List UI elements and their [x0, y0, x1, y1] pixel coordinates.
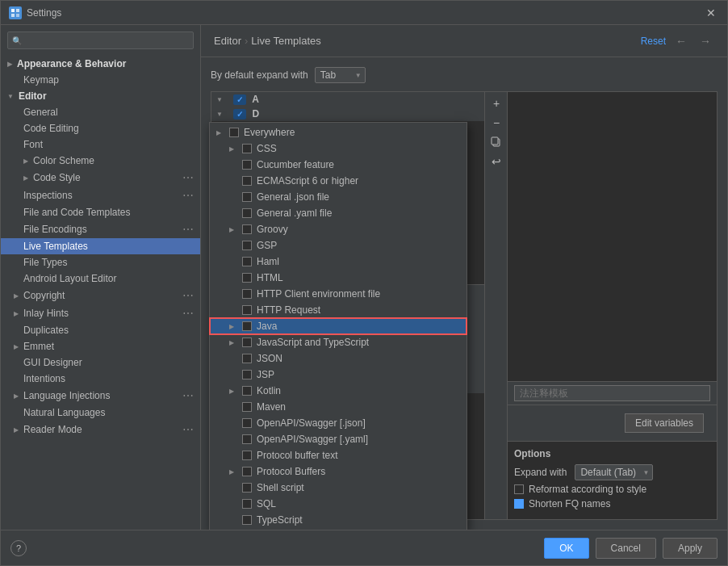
- dropdown-everywhere[interactable]: ▶ Everywhere: [211, 124, 467, 140]
- js-ts-checkbox[interactable]: [242, 338, 252, 347]
- proto-bufs-checkbox[interactable]: [242, 467, 252, 476]
- shell-checkbox[interactable]: [242, 483, 252, 493]
- dropdown-typescript[interactable]: TypeScript: [211, 512, 467, 520]
- dropdown-haml[interactable]: Haml: [211, 254, 467, 270]
- groovy-checkbox[interactable]: [242, 224, 252, 234]
- http-env-checkbox[interactable]: [242, 289, 252, 299]
- undo-button[interactable]: ↩: [488, 153, 504, 170]
- sidebar-item-file-encodings[interactable]: File Encodings ⋯: [1, 220, 200, 238]
- header-actions: Reset ← →: [641, 33, 714, 49]
- gsp-checkbox[interactable]: [242, 241, 252, 250]
- dropdown-http-env[interactable]: HTTP Client environment file: [211, 286, 467, 302]
- sidebar-item-emmet[interactable]: Emmet: [1, 338, 200, 354]
- sidebar-item-inlay-hints[interactable]: Inlay Hints ⋯: [1, 304, 200, 322]
- cancel-button[interactable]: Cancel: [596, 538, 656, 559]
- dropdown-json2[interactable]: JSON: [211, 350, 467, 367]
- proto-text-checkbox[interactable]: [242, 451, 252, 460]
- http-req-checkbox[interactable]: [242, 305, 252, 315]
- sidebar-item-file-types[interactable]: File Types: [1, 254, 200, 270]
- apply-button[interactable]: Apply: [663, 538, 718, 559]
- shorten-checkbox[interactable]: [514, 499, 524, 509]
- search-input[interactable]: [7, 31, 194, 49]
- dropdown-cucumber[interactable]: Cucumber feature: [211, 157, 467, 173]
- sidebar-item-reader-mode[interactable]: Reader Mode ⋯: [1, 421, 200, 438]
- description-input[interactable]: [514, 385, 710, 401]
- right-panel: Editor › Live Templates Reset ← → By def…: [201, 25, 727, 530]
- help-button[interactable]: ?: [10, 540, 27, 556]
- cucumber-checkbox[interactable]: [242, 160, 252, 170]
- dropdown-shell[interactable]: Shell script: [211, 480, 467, 496]
- sidebar-item-general[interactable]: General: [1, 104, 200, 120]
- json-checkbox[interactable]: [242, 192, 252, 202]
- close-button[interactable]: ✕: [703, 5, 719, 21]
- dropdown-yaml[interactable]: General .yaml file: [211, 205, 467, 221]
- dropdown-groovy[interactable]: ▶ Groovy: [211, 221, 467, 237]
- dropdown-kotlin[interactable]: ▶ Kotlin: [211, 383, 467, 399]
- dropdown-java[interactable]: ▶ Java: [211, 318, 467, 334]
- nav-back-button[interactable]: ←: [672, 33, 690, 49]
- dropdown-openapi-yaml[interactable]: OpenAPI/Swagger [.yaml]: [211, 431, 467, 447]
- sidebar-item-editor[interactable]: Editor: [1, 88, 200, 104]
- json2-checkbox[interactable]: [242, 354, 252, 363]
- sidebar-item-file-code-templates[interactable]: File and Code Templates: [1, 204, 200, 220]
- dropdown-sql[interactable]: SQL: [211, 496, 467, 512]
- sidebar-item-language-injections[interactable]: Language Injections ⋯: [1, 387, 200, 405]
- nav-forward-button[interactable]: →: [697, 33, 714, 49]
- dropdown-maven[interactable]: Maven: [211, 399, 467, 415]
- openapi-yaml-checkbox[interactable]: [242, 434, 252, 444]
- expand-with-select-wrapper: Default (Tab) Tab Enter: [575, 464, 653, 480]
- dropdown-css[interactable]: ▶ CSS: [211, 140, 467, 157]
- sql-checkbox[interactable]: [242, 499, 252, 509]
- kotlin-checkbox[interactable]: [242, 386, 252, 396]
- maven-checkbox[interactable]: [242, 402, 252, 412]
- sidebar-item-code-editing[interactable]: Code Editing: [1, 120, 200, 136]
- java-checkbox[interactable]: [242, 321, 252, 331]
- typescript-checkbox[interactable]: [242, 515, 252, 520]
- haml-checkbox[interactable]: [242, 257, 252, 266]
- dropdown-html[interactable]: HTML: [211, 270, 467, 286]
- template-text-editor[interactable]: [511, 95, 713, 160]
- sidebar-item-live-templates[interactable]: Live Templates: [1, 238, 200, 254]
- openapi-json-checkbox[interactable]: [242, 418, 252, 428]
- expand-select[interactable]: Tab Enter Space: [315, 67, 366, 83]
- ok-button[interactable]: OK: [544, 538, 588, 559]
- dropdown-json[interactable]: General .json file: [211, 189, 467, 205]
- ecmascript-checkbox[interactable]: [242, 176, 252, 186]
- dropdown-gsp[interactable]: GSP: [211, 237, 467, 254]
- template-group-d[interactable]: ✓ D: [211, 107, 484, 121]
- sidebar-item-color-scheme[interactable]: Color Scheme: [1, 153, 200, 169]
- sidebar-item-keymap[interactable]: Keymap: [1, 72, 200, 88]
- sidebar-item-gui-designer[interactable]: GUI Designer: [1, 354, 200, 371]
- edit-variables-button[interactable]: Edit variables: [625, 413, 704, 433]
- yaml-checkbox[interactable]: [242, 208, 252, 218]
- copy-button[interactable]: [488, 134, 504, 150]
- group-a-badge: ✓: [233, 94, 246, 105]
- sidebar-item-natural-languages[interactable]: Natural Languages: [1, 405, 200, 421]
- dropdown-http-req[interactable]: HTTP Request: [211, 302, 467, 318]
- sidebar-item-font[interactable]: Font: [1, 136, 200, 153]
- add-button[interactable]: +: [488, 95, 504, 111]
- sidebar-item-inspections[interactable]: Inspections ⋯: [1, 187, 200, 204]
- sidebar-item-intentions[interactable]: Intentions: [1, 371, 200, 387]
- detail-editor: [508, 92, 717, 381]
- dropdown-openapi-json[interactable]: OpenAPI/Swagger [.json]: [211, 415, 467, 431]
- html-checkbox[interactable]: [242, 273, 252, 283]
- dropdown-jsp[interactable]: JSP: [211, 367, 467, 383]
- dropdown-js-ts[interactable]: ▶ JavaScript and TypeScript: [211, 334, 467, 350]
- template-group-a[interactable]: ✓ A: [211, 92, 484, 107]
- dropdown-proto-bufs[interactable]: ▶ Protocol Buffers: [211, 463, 467, 480]
- remove-button[interactable]: −: [488, 115, 504, 131]
- everywhere-checkbox[interactable]: [229, 128, 239, 137]
- expand-with-select[interactable]: Default (Tab) Tab Enter: [575, 464, 653, 480]
- reformat-checkbox[interactable]: [514, 484, 524, 494]
- sidebar-item-duplicates[interactable]: Duplicates: [1, 322, 200, 338]
- css-checkbox[interactable]: [242, 144, 252, 153]
- dropdown-ecmascript[interactable]: ECMAScript 6 or higher: [211, 173, 467, 189]
- reset-button[interactable]: Reset: [641, 36, 666, 47]
- jsp-checkbox[interactable]: [242, 370, 252, 379]
- sidebar-item-code-style[interactable]: Code Style ⋯: [1, 169, 200, 187]
- sidebar-item-copyright[interactable]: Copyright ⋯: [1, 287, 200, 304]
- sidebar-item-android-layout[interactable]: Android Layout Editor: [1, 270, 200, 287]
- sidebar-item-appearance[interactable]: Appearance & Behavior: [1, 56, 200, 72]
- dropdown-proto-buf-text[interactable]: Protocol buffer text: [211, 447, 467, 463]
